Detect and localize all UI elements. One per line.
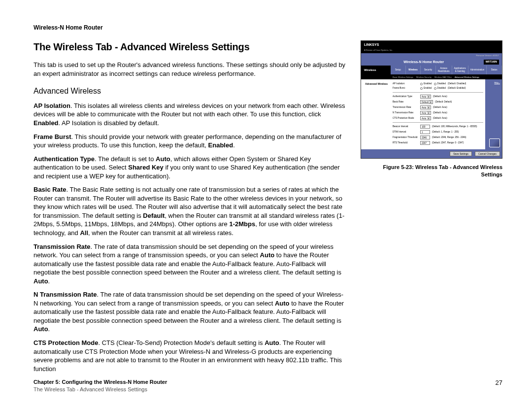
- tab-status[interactable]: Status: [487, 66, 502, 74]
- row-frame-burst: Frame Burst: Enabled Disabled (Default: …: [393, 87, 483, 90]
- router-help-link[interactable]: Help...: [485, 79, 502, 86]
- select-n-trans-rate[interactable]: Auto: [420, 111, 431, 115]
- router-title-bar: Wireless-N Home Router WRT160N: [361, 58, 502, 65]
- main-content: The Wireless Tab - Advanced Wireless Set…: [33, 40, 348, 378]
- radio-ap-enabled[interactable]: Enabled: [420, 82, 432, 85]
- section-heading: Advanced Wireless: [33, 86, 348, 97]
- para-ap-isolation: AP Isolation. This isolates all wireless…: [33, 102, 348, 128]
- document-header: Wireless-N Home Router: [33, 24, 502, 32]
- router-help-panel: Help...: [485, 79, 502, 149]
- router-brand-bar: LINKSYS A Division of Cisco Systems, Inc…: [361, 41, 502, 53]
- subtab-advanced[interactable]: Advanced Wireless Settings: [455, 76, 479, 78]
- page-number: 27: [496, 378, 502, 387]
- para-cts-protection: CTS Protection Mode. CTS (Clear-To-Send)…: [33, 339, 348, 373]
- router-brand-sub: A Division of Cisco Systems, Inc.: [364, 49, 393, 51]
- router-brand: LINKSYS: [364, 43, 379, 46]
- radio-fb-disabled[interactable]: Disabled: [434, 87, 446, 90]
- radio-fb-enabled[interactable]: Enabled: [420, 87, 432, 90]
- input-rts-threshold[interactable]: 2347: [420, 141, 430, 145]
- select-cts-mode[interactable]: Auto: [420, 116, 431, 120]
- row-basic-rate: Basic Rate: Default (Default: Default): [393, 100, 483, 104]
- input-dtim-interval[interactable]: 1: [420, 130, 430, 134]
- subtab-basic[interactable]: Basic Wireless Settings: [393, 76, 413, 78]
- router-model-badge: WRT160N: [484, 60, 499, 64]
- input-frag-threshold[interactable]: 2346: [420, 136, 430, 139]
- input-beacon-interval[interactable]: 100: [420, 125, 430, 129]
- subtab-security[interactable]: Wireless Security: [416, 76, 432, 78]
- row-auth-type: Authentication Type: Auto (Default: Auto…: [393, 95, 483, 99]
- router-firmware: Firmware Version: v0.00.7: [361, 53, 502, 58]
- tab-administration[interactable]: Administration: [468, 66, 487, 74]
- router-tab-sidebar: Wireless: [361, 66, 391, 74]
- tab-setup[interactable]: Setup: [391, 66, 406, 74]
- row-frag-threshold: Fragmentation Threshold: 2346 (Default: …: [393, 136, 483, 139]
- row-dtim-interval: DTIM Interval: 1 (Default: 1, Range: 1 -…: [393, 130, 483, 134]
- row-cts-mode: CTS Protection Mode: Auto (Default: Auto…: [393, 116, 483, 120]
- para-frame-burst: Frame Burst. This should provide your ne…: [33, 133, 348, 150]
- select-trans-rate[interactable]: Auto: [420, 105, 431, 109]
- figure-column: LINKSYS A Division of Cisco Systems, Inc…: [361, 40, 502, 378]
- tab-security[interactable]: Security: [421, 66, 436, 74]
- row-n-trans-rate: N Transmission Rate: Auto (Default: Auto…: [393, 111, 483, 115]
- subtab-mac-filter[interactable]: Wireless MAC Filter: [434, 76, 452, 78]
- tab-applications-gaming[interactable]: Applications & Gaming: [452, 66, 468, 74]
- router-section-label: Advanced Wireless: [361, 79, 391, 149]
- page-footer: Chapter 5: Configuring the Wireless-N Ho…: [33, 378, 502, 393]
- tab-access-restrictions[interactable]: Access Restrictions: [436, 66, 452, 74]
- para-auth-type: Authentication Type. The default is set …: [33, 155, 348, 181]
- footer-section: The Wireless Tab - Advanced Wireless Set…: [33, 386, 167, 393]
- para-n-transmission-rate: N Transmission Rate. The rate of data tr…: [33, 290, 348, 334]
- select-basic-rate[interactable]: Default: [420, 100, 433, 104]
- footer-chapter: Chapter 5: Configuring the Wireless-N Ho…: [33, 378, 167, 386]
- radio-ap-disabled[interactable]: Disabled: [434, 82, 446, 85]
- page-title: The Wireless Tab - Advanced Wireless Set…: [33, 40, 348, 54]
- save-settings-button[interactable]: Save Settings: [450, 151, 472, 157]
- cisco-logo-icon: [489, 138, 500, 147]
- row-rts-threshold: RTS Threshold: 2347 (Default: 2347, Rang…: [393, 141, 483, 145]
- para-transmission-rate: Transmission Rate. The rate of data tran…: [33, 242, 348, 286]
- router-subtabs: Basic Wireless Settings Wireless Securit…: [361, 75, 502, 79]
- router-buttons: Save Settings Cancel Changes: [361, 149, 502, 159]
- intro-paragraph: This tab is used to set up the Router's …: [33, 61, 348, 78]
- row-ap-isolation: AP Isolation: Enabled Disabled (Default:…: [393, 82, 483, 85]
- row-beacon-interval: Beacon Interval: 100 (Default: 100, Mill…: [393, 125, 483, 129]
- router-screenshot: LINKSYS A Division of Cisco Systems, Inc…: [361, 40, 502, 159]
- router-form: AP Isolation: Enabled Disabled (Default:…: [391, 79, 485, 149]
- tab-wireless[interactable]: Wireless: [406, 66, 421, 74]
- router-tabs: Wireless Setup Wireless Security Access …: [361, 66, 502, 75]
- para-basic-rate: Basic Rate. The Basic Rate setting is no…: [33, 185, 348, 237]
- select-auth-type[interactable]: Auto: [420, 95, 431, 99]
- cancel-changes-button[interactable]: Cancel Changes: [475, 151, 500, 157]
- figure-caption: Figure 5-23: Wireless Tab - Advanced Wir…: [361, 164, 502, 178]
- row-trans-rate: Transmission Rate: Auto (Default: Auto): [393, 105, 483, 109]
